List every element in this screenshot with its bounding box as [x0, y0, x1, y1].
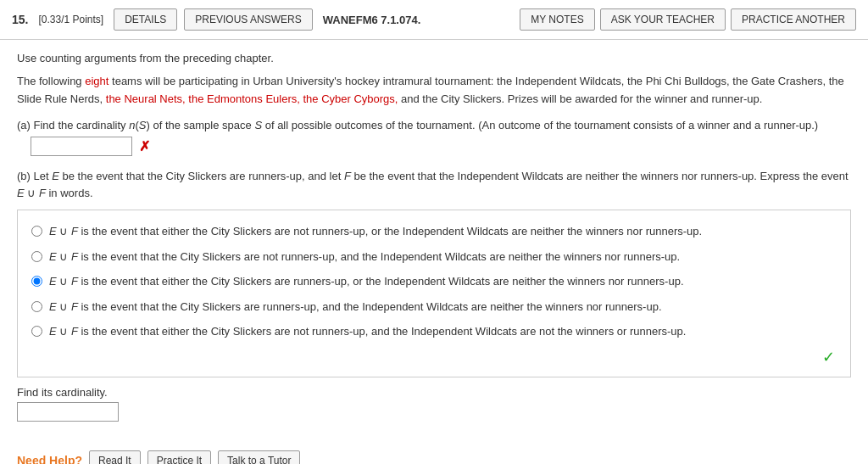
teams-end: and the City Slickers. Prizes will be aw… — [398, 92, 762, 105]
option-3-radio[interactable] — [31, 276, 42, 287]
option-2-radio[interactable] — [31, 251, 42, 262]
talk-to-tutor-button[interactable]: Talk to a Tutor — [218, 450, 300, 464]
option-row-2: E ∪ F is the event that the City Slicker… — [28, 244, 840, 270]
cardinality-row: Find its cardinality. — [17, 386, 851, 422]
option-5-label: E ∪ F is the event that either the City … — [49, 323, 686, 340]
read-it-button[interactable]: Read It — [89, 450, 141, 464]
need-help-label: Need Help? — [17, 454, 82, 464]
header-bar: 15. [0.33/1 Points] DETAILS PREVIOUS ANS… — [0, 0, 868, 40]
option-row-3: E ∪ F is the event that either the City … — [28, 269, 840, 294]
option-1-radio[interactable] — [31, 226, 42, 237]
problem-text: The following eight teams will be partic… — [17, 73, 851, 109]
option-2-label: E ∪ F is the event that the City Slicker… — [49, 249, 680, 266]
problem-intro: The following — [17, 75, 85, 87]
previous-answers-button[interactable]: PREVIOUS ANSWERS — [184, 8, 312, 31]
part-b-label: (b) Let E be the event that the City Sli… — [17, 168, 851, 204]
options-box: E ∪ F is the event that either the City … — [17, 210, 851, 377]
my-notes-button[interactable]: MY NOTES — [520, 8, 594, 31]
option-row-1: E ∪ F is the event that either the City … — [28, 219, 840, 244]
option-1-label: E ∪ F is the event that either the City … — [49, 223, 702, 240]
option-4-radio[interactable] — [31, 301, 42, 312]
question-number: 15. — [12, 13, 28, 26]
option-row-4: E ∪ F is the event that the City Slicker… — [28, 294, 840, 320]
error-mark: ✗ — [139, 138, 150, 154]
need-help-bar: Need Help? Read It Practice It Talk to a… — [0, 442, 868, 464]
instruction-text: Use counting arguments from the precedin… — [17, 52, 851, 64]
right-buttons: MY NOTES ASK YOUR TEACHER PRACTICE ANOTH… — [520, 8, 856, 31]
part-a-label: (a) Find the cardinality n(S) of the sam… — [17, 119, 851, 131]
option-4-label: E ∪ F is the event that the City Slicker… — [49, 299, 662, 316]
teams-red: the Neural Nets, the Edmontons Eulers, t… — [106, 92, 398, 105]
content-area: Use counting arguments from the precedin… — [0, 40, 868, 442]
assignment-code: WANEFM6 7.1.074. — [323, 14, 514, 26]
ask-teacher-button[interactable]: ASK YOUR TEACHER — [600, 8, 726, 31]
eight-highlight: eight — [85, 75, 108, 87]
correct-checkmark: ✓ — [822, 348, 835, 366]
practice-it-button[interactable]: Practice It — [147, 450, 211, 464]
option-5-radio[interactable] — [31, 326, 42, 337]
cardinality-input[interactable] — [17, 402, 119, 422]
option-3-label: E ∪ F is the event that either the City … — [49, 273, 684, 290]
details-button[interactable]: DETAILS — [114, 8, 177, 31]
option-row-5: E ∪ F is the event that either the City … — [28, 319, 840, 344]
cardinality-label: Find its cardinality. — [17, 386, 108, 399]
score-badge: [0.33/1 Points] — [38, 14, 103, 25]
part-a-input-row: ✗ — [31, 137, 851, 156]
practice-another-button[interactable]: PRACTICE ANOTHER — [731, 8, 856, 31]
checkmark-row: ✓ — [28, 344, 840, 368]
part-a-input[interactable] — [31, 137, 132, 156]
